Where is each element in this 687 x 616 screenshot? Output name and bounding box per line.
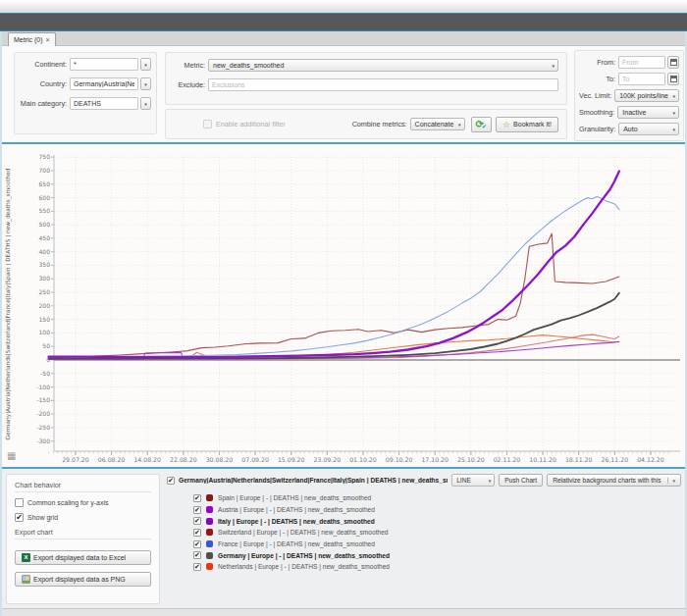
metric-row: Metric: new_deaths_smoothed ▾ [174, 59, 558, 72]
svg-text:06.08.20: 06.08.20 [98, 456, 126, 463]
chart-behavior-title: Chart behavior [15, 481, 151, 489]
svg-text:700: 700 [39, 167, 51, 174]
legend-item-checkbox[interactable]: ✔ [193, 506, 201, 514]
calendar-button[interactable] [667, 73, 679, 85]
metric-filter-group: Metric: new_deaths_smoothed ▾ Exclude: [165, 52, 567, 105]
smoothing-select[interactable]: Inactive ▾ [617, 106, 679, 119]
from-date-input[interactable] [618, 56, 665, 69]
svg-text:09.10.20: 09.10.20 [386, 456, 413, 463]
chart-grid-icon[interactable]: ▦ [7, 450, 16, 461]
legend-title: Germany|Austria|Netherlands|Switzerland|… [179, 477, 448, 484]
excel-icon: X [22, 553, 30, 562]
export-chart-title: Export chart [15, 528, 151, 537]
svg-text:500: 500 [39, 221, 51, 228]
granularity-select[interactable]: Auto ▾ [618, 123, 679, 135]
svg-text:600: 600 [39, 194, 51, 201]
legend-row: ✔Netherlands | Europe | - | DEATHS | new… [193, 561, 681, 573]
app-window: Metric (0) × Continent: ▾ Country: ▾ Mai… [0, 0, 687, 616]
menu-bar [0, 13, 687, 31]
granularity-row: Granularity: Auto ▾ [579, 123, 679, 135]
enable-additional-filter-checkbox[interactable] [203, 120, 212, 128]
svg-text:100: 100 [39, 329, 51, 335]
legend-item-label: Spain | Europe | - | DEATHS | new_deaths… [218, 494, 371, 501]
tab-metric[interactable]: Metric (0) × [8, 32, 56, 46]
svg-text:15.09.20: 15.09.20 [278, 456, 305, 463]
chevron-down-icon[interactable]: ▾ [140, 77, 151, 90]
refresh-button[interactable]: ⟳✔ [471, 117, 492, 132]
series-color-dot [206, 552, 213, 559]
bottom-panel: Chart behavior Common scaling for y-axis… [0, 469, 687, 608]
svg-text:-100: -100 [36, 384, 50, 390]
svg-text:02.11.20: 02.11.20 [494, 456, 521, 463]
show-grid-checkbox[interactable]: ✔ [15, 513, 24, 522]
chevron-down-icon: ▾ [548, 63, 555, 69]
legend-header: ✔ Germany|Austria|Netherlands|Switzerlan… [167, 474, 681, 487]
legend-item-label: Switzerland | Europe | - | DEATHS | new_… [218, 529, 389, 536]
legend-item-checkbox[interactable]: ✔ [193, 551, 201, 559]
svg-text:650: 650 [39, 180, 51, 187]
legend-row: ✔Italy | Europe | - | DEATHS | new_death… [193, 515, 681, 527]
legend-rows: ✔Spain | Europe | - | DEATHS | new_death… [167, 492, 681, 573]
legend-item-checkbox[interactable]: ✔ [193, 494, 201, 502]
legend-master-checkbox[interactable]: ✔ [167, 477, 175, 485]
calendar-button[interactable] [667, 56, 679, 69]
metric-select[interactable]: new_deaths_smoothed ▾ [208, 59, 558, 72]
status-strip [0, 608, 687, 616]
divider [15, 491, 151, 492]
to-date-input[interactable] [618, 73, 665, 85]
common-scaling-checkbox[interactable] [15, 498, 24, 507]
smoothing-row: Smoothing: Inactive ▾ [579, 106, 679, 119]
legend-item-checkbox[interactable]: ✔ [193, 529, 201, 537]
chevron-down-icon: ▾ [668, 93, 675, 99]
svg-text:-200: -200 [36, 410, 50, 417]
continent-row: Continent: ▾ [20, 58, 151, 71]
chevron-down-icon[interactable]: ▾ [140, 97, 151, 110]
divider [0, 467, 687, 469]
series-color-dot [206, 506, 213, 513]
bookmark-button[interactable]: ☆ Bookmark it! [496, 117, 558, 132]
bookmark-star-icon: ☆ [502, 120, 510, 129]
chart-type-select[interactable]: LINE ▾ [451, 474, 495, 487]
legend-panel: ✔ Germany|Austria|Netherlands|Switzerlan… [167, 474, 681, 573]
legend-item-checkbox[interactable]: ✔ [193, 563, 201, 571]
export-png-button[interactable]: Export displayed data as PNG [15, 572, 151, 587]
main-category-input[interactable] [70, 97, 138, 110]
image-icon [22, 575, 30, 584]
vec-limit-value: 100K points/line [619, 92, 668, 99]
continent-input[interactable] [70, 58, 138, 71]
granularity-label: Granularity: [579, 125, 615, 133]
exclude-input[interactable] [208, 78, 558, 91]
combine-metrics-value: Concatenate [415, 121, 454, 128]
svg-text:01.10.20: 01.10.20 [349, 456, 377, 463]
svg-text:450: 450 [39, 234, 51, 241]
close-icon[interactable]: × [46, 36, 50, 43]
legend-item-checkbox[interactable]: ✔ [193, 540, 201, 548]
line-chart[interactable]: 29.07.2006.08.2014.08.2022.08.2030.08.20… [0, 142, 687, 469]
svg-text:-50: -50 [40, 370, 50, 377]
relativize-label: Relativize background charts with this [553, 477, 661, 484]
export-png-label: Export displayed data as PNG [33, 576, 126, 583]
svg-text:29.07.20: 29.07.20 [62, 456, 89, 463]
vec-limit-select[interactable]: 100K points/line ▾ [614, 89, 679, 102]
continent-label: Continent: [20, 60, 67, 69]
bookmark-label: Bookmark it! [513, 121, 552, 128]
chevron-down-icon[interactable]: ▾ [140, 58, 151, 71]
chevron-down-icon: ▾ [668, 110, 675, 116]
titlebar [0, 0, 687, 13]
legend-item-label: Netherlands | Europe | - | DEATHS | new_… [218, 563, 390, 570]
push-chart-button[interactable]: Push Chart [499, 474, 543, 487]
legend-item-checkbox[interactable]: ✔ [193, 517, 201, 525]
tab-strip: Metric (0) × [0, 31, 687, 46]
country-label: Country: [20, 79, 67, 88]
combine-metrics-select[interactable]: Concatenate ▾ [410, 118, 465, 130]
tab-label: Metric (0) [14, 36, 43, 43]
country-input[interactable] [70, 77, 138, 90]
export-excel-button[interactable]: X Export displayed data to Excel [15, 550, 151, 565]
smoothing-label: Smoothing: [579, 108, 614, 117]
legend-item-label: Austria | Europe | - | DEATHS | new_deat… [218, 506, 375, 513]
check-icon: ✔ [482, 123, 487, 129]
chart-type-value: LINE [456, 477, 471, 484]
relativize-button[interactable]: Relativize background charts with this ▾ [547, 474, 681, 487]
divider [15, 539, 151, 539]
series-color-dot [206, 494, 213, 501]
